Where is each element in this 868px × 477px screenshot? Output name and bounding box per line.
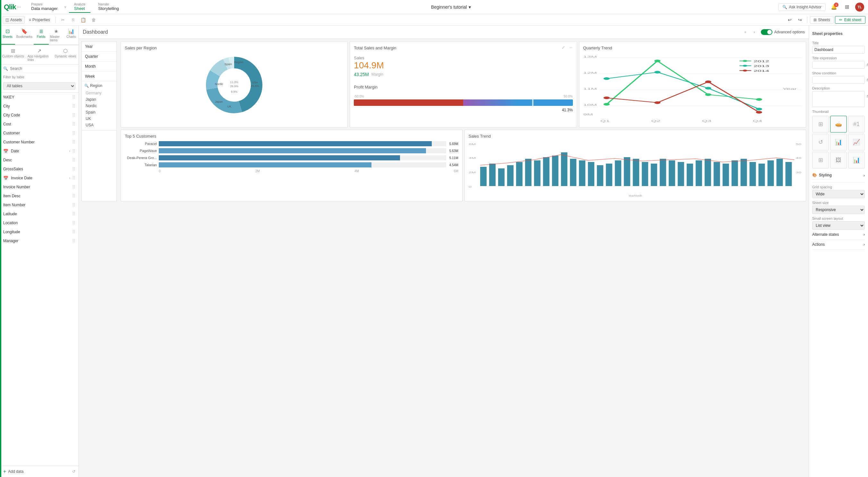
tab-sheets[interactable]: ⊡ Sheets [0,26,15,44]
drag-icon[interactable]: ⠿ [72,122,75,127]
title-expr-field[interactable] [812,61,865,68]
delete-btn[interactable]: 🗑 [89,15,98,24]
drag-icon[interactable]: ⠿ [72,139,75,145]
tab-fields[interactable]: ≣ Fields [34,26,49,44]
tab-charts[interactable]: 📊 Charts [63,26,79,44]
drag-icon[interactable]: ⠿ [72,193,75,198]
thumb-layout[interactable]: ⊞ [812,116,829,132]
notifications-btn[interactable]: 🔔 1 [830,3,838,11]
region-uk[interactable]: UK [84,116,114,122]
field-item[interactable]: Latitude ⠿ [0,210,79,218]
nav-narrate[interactable]: Narrate Storytelling [93,1,124,13]
sheet-size-select[interactable]: Responsive [812,205,865,214]
field-item[interactable]: Desc ⠿ [0,156,79,165]
filter-month[interactable]: Month [82,62,117,71]
alternate-states-section[interactable]: Alternate states › [812,230,865,240]
cut-btn[interactable]: ✂ [58,15,67,24]
assets-tab[interactable]: ◫ Assets [3,16,25,24]
dynamic-views-tab[interactable]: ⬡ Dynamic views [52,45,79,64]
drag-icon[interactable]: ⠿ [72,238,75,244]
region-germany[interactable]: Germany [84,90,114,96]
field-item[interactable]: Invoice Number ⠿ [0,183,79,191]
region-nordic[interactable]: Nordic [84,103,114,109]
nav-prepare[interactable]: Prepare Data manager [26,1,63,13]
drag-icon[interactable]: ⠿ [72,158,75,163]
drag-icon[interactable]: ⠿ [72,113,75,118]
drag-icon[interactable]: ⠿ [72,149,75,154]
thumb-hash[interactable]: #1 [848,116,865,132]
thumb-trend[interactable]: 📈 [848,134,865,151]
table-filter-select[interactable]: All tables [3,82,75,90]
field-item[interactable]: Location ⠿ [0,218,79,227]
tab-master[interactable]: ★ Master items [49,26,64,44]
thumb-image[interactable]: 🖼 [830,152,847,168]
drag-icon[interactable]: ⠿ [72,229,75,234]
filter-year[interactable]: Year [82,42,117,52]
grid-spacing-select[interactable]: Wide [812,190,865,198]
advanced-toggle[interactable] [761,29,772,35]
copy-btn[interactable]: ⎘ [69,15,78,24]
fx-btn2[interactable]: fx [865,77,868,83]
undo-btn[interactable]: ↩ [785,15,794,24]
show-cond-field[interactable] [812,76,865,84]
field-item[interactable]: Item Number ⠿ [0,200,79,210]
custom-objects-tab[interactable]: ⊞ Custom objects [0,45,26,64]
drag-icon[interactable]: ⠿ [72,202,75,208]
field-item-invoicedate[interactable]: 📅 Invoice Date › ⠿ [0,173,79,183]
drag-icon[interactable]: ⠿ [72,185,75,190]
thumb-bar2[interactable]: 📊 [848,152,865,168]
expand-btn[interactable]: ⤢ [560,44,566,51]
thumb-grid[interactable]: ⊞ [812,152,829,168]
add-data-btn[interactable]: + Add data ↺ [0,466,79,477]
region-usa[interactable]: USA [84,122,114,128]
expand-icon[interactable]: › [69,176,70,180]
field-item[interactable]: Longitude ⠿ [0,227,79,236]
field-item[interactable]: Customer ⠿ [0,129,79,138]
tab-bookmarks[interactable]: 🔖 Bookmarks [15,26,34,44]
field-item[interactable]: Cost ⠿ [0,120,79,129]
field-item-date[interactable]: 📅 Date › ⠿ [0,147,79,156]
paste-btn[interactable]: 📋 [79,15,88,24]
filter-quarter[interactable]: Quarter [82,52,117,62]
field-item[interactable]: GrossSales ⠿ [0,165,79,173]
redo-btn[interactable]: ↪ [796,15,805,24]
insight-advisor-btn[interactable]: 🔍 Ask Insight Advisor [778,3,826,11]
app-nav-tab[interactable]: ↗ App navigation links [26,45,53,64]
drag-icon[interactable]: ⠿ [72,104,75,109]
region-spain[interactable]: Spain [84,109,114,116]
drag-icon[interactable]: ⠿ [72,95,75,100]
avatar[interactable]: TL [855,3,864,11]
actions-section[interactable]: Actions › [812,240,865,250]
app-title[interactable]: Beginner's tutorial ▾ [124,4,778,10]
properties-tab[interactable]: ≡ Properties [26,16,53,24]
drag-icon[interactable]: ⠿ [72,166,75,171]
field-item[interactable]: City Code ⠿ [0,111,79,120]
drag-icon[interactable]: ⠿ [72,176,75,181]
fx-btn3[interactable]: fx [865,93,868,99]
small-screen-select[interactable]: List view [812,221,865,230]
search-input[interactable] [10,66,75,71]
apps-icon[interactable]: ⊞ [842,3,851,11]
nav-analyze[interactable]: Analyze Sheet [69,1,91,13]
field-item[interactable]: Manager ⠿ [0,236,79,245]
next-arrow[interactable]: › [751,28,758,36]
thumb-refresh[interactable]: ↺ [812,134,829,151]
nav-more-icon[interactable]: ··· [17,4,21,10]
styling-section[interactable]: 🎨 Styling › [812,168,865,183]
more-btn[interactable]: ··· [568,44,574,51]
sheets-btn[interactable]: ⊞ Sheets [810,16,833,24]
drag-icon[interactable]: ⠿ [72,220,75,225]
desc-field[interactable] [812,93,865,105]
field-item[interactable]: Item Desc ⠿ [0,191,79,200]
drag-icon[interactable]: ⠿ [72,131,75,136]
field-item[interactable]: %KEY ⠿ [0,93,79,102]
expand-icon[interactable]: › [69,149,70,153]
region-japan[interactable]: Japan [84,96,114,103]
thumb-bar[interactable]: 📊 [830,134,847,151]
edit-sheet-btn[interactable]: ✏ Edit sheet [835,16,865,24]
fx-btn[interactable]: fx [865,62,868,68]
thumb-pie[interactable]: 🥧 [830,116,847,132]
field-item[interactable]: City ⠿ [0,102,79,111]
prev-arrow[interactable]: ‹ [742,28,749,36]
field-item[interactable]: Customer Number ⠿ [0,138,79,147]
